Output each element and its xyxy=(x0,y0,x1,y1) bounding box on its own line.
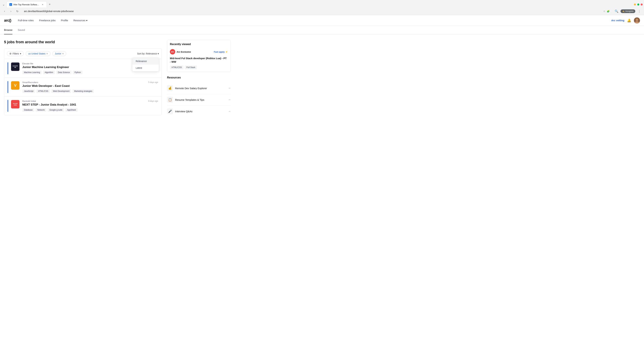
job-tag: HTML/CSS xyxy=(36,89,50,93)
nav-profile[interactable]: Profile xyxy=(61,19,68,22)
sort-option-relevance[interactable]: Relevance xyxy=(132,58,159,64)
rv-tags: HTML/CSS Full Stack xyxy=(170,65,228,69)
rv-job-title[interactable]: Mid-level Ful Stack developer (Roblox Lu… xyxy=(170,56,228,63)
tab-browse[interactable]: Browse xyxy=(4,26,12,34)
close-button[interactable] xyxy=(641,3,643,5)
recently-viewed-title: Recently viewed xyxy=(170,43,228,46)
filter-icon: ⚙ xyxy=(10,52,12,55)
arc-logo: arc xyxy=(170,49,175,54)
browser-chrome: ⌄ a Hire Top Remote Software Dev... × + … xyxy=(0,0,644,15)
resume-label: Resume Templates & Tips xyxy=(175,98,204,101)
header-right: Arc vetting 🔔 xyxy=(611,17,640,23)
job-tags: Database Network Google g suite AppSheet xyxy=(22,108,146,112)
address-icons: ☆ 🧩 xyxy=(603,10,610,12)
job-tag: Python xyxy=(73,70,82,74)
company-logo: RentokilInitial xyxy=(11,100,20,109)
job-tag: Network xyxy=(36,108,46,112)
minimize-button[interactable] xyxy=(634,3,636,5)
chevron-down-icon: ▾ xyxy=(86,19,88,22)
reload-button[interactable]: ↻ xyxy=(15,9,20,14)
filters-button[interactable]: ⚙ Filters ▾ xyxy=(7,51,24,56)
window-controls xyxy=(634,3,643,5)
salary-label: Remote Dev Salary Explorer xyxy=(175,87,207,90)
search-icon[interactable]: 🔍 xyxy=(614,8,619,14)
notifications-button[interactable]: 🔔 xyxy=(627,18,631,22)
job-card[interactable]: RentokilInitial Rentokil Initial NEXT ST… xyxy=(4,96,162,115)
arrow-icon: → xyxy=(228,110,231,113)
job-accent-bar xyxy=(8,62,8,74)
tab-bar: ⌄ a Hire Top Remote Software Dev... × + xyxy=(0,0,644,7)
job-title: NEXT STEP - Junior Data Analyst - 1041 xyxy=(22,103,146,106)
filter-tag-level[interactable]: Junior × xyxy=(52,51,66,56)
sort-button[interactable]: Sort by: Relevance ▾ xyxy=(137,52,159,55)
resume-icon: 📋 xyxy=(167,97,173,103)
star-icon[interactable]: ☆ xyxy=(603,10,606,12)
main-nav: Full-time roles Freelance jobs Profile R… xyxy=(18,19,611,22)
incognito-label: Incognito xyxy=(626,10,634,12)
nav-full-time[interactable]: Full-time roles xyxy=(18,19,34,22)
company-logo: V xyxy=(11,81,20,90)
forward-button[interactable]: › xyxy=(8,9,14,14)
sort-chevron-icon: ▾ xyxy=(158,52,159,55)
back-button[interactable]: ‹ xyxy=(2,9,7,14)
address-text: arc.dev/dashboard/d/global-remote-jobs/b… xyxy=(24,10,602,12)
job-tag: AppSheet xyxy=(66,108,78,112)
resource-left: 📋 Resume Templates & Tips xyxy=(167,97,204,103)
job-title: Junior Web Developer - East Coast xyxy=(22,84,146,88)
rv-tag: HTML/CSS xyxy=(170,65,184,69)
new-tab-button[interactable]: + xyxy=(48,2,52,7)
app-logo[interactable]: arc() xyxy=(4,18,11,23)
extension-icon[interactable]: 🧩 xyxy=(607,10,610,12)
resource-left: 💰 Remote Dev Salary Explorer xyxy=(167,85,207,91)
remove-location-filter-button[interactable]: × xyxy=(46,52,48,55)
job-accent-bar xyxy=(8,100,8,112)
right-panel: Recently viewed arc Arc Exclusive Fast a… xyxy=(167,40,231,117)
job-tag: Marketing strategies xyxy=(72,89,94,93)
rv-company-row: arc Arc Exclusive xyxy=(170,49,191,54)
left-panel: 5 jobs from around the world ⚙ Filters ▾… xyxy=(4,40,162,117)
resource-interview-qas[interactable]: 🎤 Interview Q&As → xyxy=(167,106,231,117)
incognito-icon: 🕵 xyxy=(622,10,625,12)
filter-tag-location[interactable]: us United States × xyxy=(26,51,50,56)
job-info: Rentokil Initial NEXT STEP - Junior Data… xyxy=(22,100,146,112)
sort-dropdown: Relevance Latest xyxy=(132,58,159,71)
maximize-button[interactable] xyxy=(637,3,639,5)
avatar[interactable] xyxy=(634,17,640,23)
job-tag: Machine Learning xyxy=(22,70,42,74)
app-header: arc() Full-time roles Freelance jobs Pro… xyxy=(0,15,644,26)
nav-freelance[interactable]: Freelance jobs xyxy=(39,19,56,22)
resource-salary-explorer[interactable]: 💰 Remote Dev Salary Explorer → xyxy=(167,82,231,94)
active-tab[interactable]: a Hire Top Remote Software Dev... × xyxy=(6,1,47,7)
arc-exclusive-label: Arc Exclusive xyxy=(176,51,191,53)
filter-tag-location-text: us United States xyxy=(28,52,46,55)
tab-close-button[interactable]: × xyxy=(41,3,44,6)
rv-tag: Full Stack xyxy=(185,65,197,69)
sort-option-latest[interactable]: Latest xyxy=(132,64,159,71)
arrow-icon: → xyxy=(228,87,231,90)
salary-icon: 💰 xyxy=(167,85,173,91)
job-meta: 8 days ago xyxy=(148,100,158,102)
job-tag: Data Science xyxy=(56,70,72,74)
sort-label: Sort by: Relevance xyxy=(137,52,157,55)
arc-vetting-link[interactable]: Arc vetting xyxy=(611,19,624,22)
rv-header: arc Arc Exclusive Fast apply ⚡ xyxy=(170,49,228,54)
fast-apply-badge[interactable]: Fast apply ⚡ xyxy=(214,51,228,53)
page-heading: 5 jobs from around the world xyxy=(4,40,162,44)
job-tag: JavaScript xyxy=(22,89,35,93)
job-card[interactable]: V SmartRecruiters Junior Web Developer -… xyxy=(4,78,162,96)
tab-saved[interactable]: Saved xyxy=(18,26,25,34)
company-logo: ELEVATEME xyxy=(11,62,20,71)
job-accent-bar xyxy=(8,81,8,93)
svg-point-1 xyxy=(636,18,638,21)
filters-chevron-icon: ▾ xyxy=(20,52,21,55)
remove-level-filter-button[interactable]: × xyxy=(62,52,64,55)
tab-switcher[interactable]: ⌄ xyxy=(1,2,6,7)
nav-resources-label: Resources xyxy=(74,19,86,22)
address-bar[interactable]: arc.dev/dashboard/d/global-remote-jobs/b… xyxy=(21,9,612,14)
nav-resources[interactable]: Resources ▾ xyxy=(74,19,88,22)
interview-label: Interview Q&As xyxy=(175,110,192,113)
menu-button[interactable]: ⋮ xyxy=(636,8,642,14)
resource-resume-templates[interactable]: 📋 Resume Templates & Tips → xyxy=(167,94,231,106)
toolbar-right: 🔍 🕵 Incognito ⋮ xyxy=(614,8,642,14)
filters-container: ⚙ Filters ▾ us United States × Junior × … xyxy=(4,48,162,115)
